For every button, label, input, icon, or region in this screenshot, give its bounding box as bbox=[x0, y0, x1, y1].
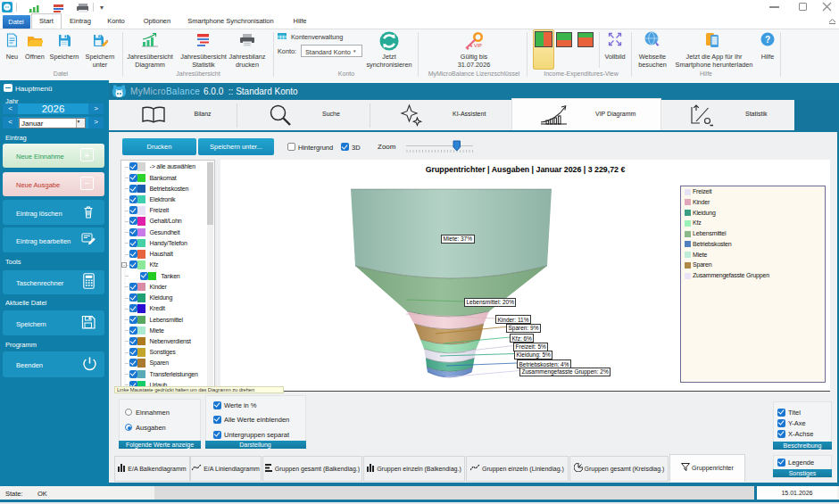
svg-text:?: ? bbox=[765, 35, 770, 45]
svg-text:VIP: VIP bbox=[474, 43, 482, 48]
